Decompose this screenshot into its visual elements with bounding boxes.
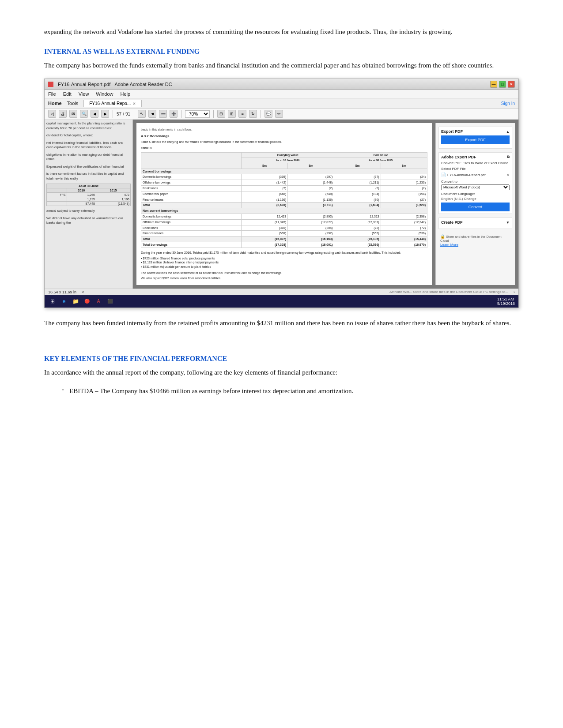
- taskbar-folder-icon[interactable]: 📁: [71, 297, 80, 306]
- toolbar-fit-width-icon[interactable]: ⊟: [217, 110, 225, 118]
- row-fin-v3: (80): [334, 197, 381, 203]
- row-nc-offshore-v2: (12,877): [288, 219, 334, 225]
- maximize-button[interactable]: □: [499, 81, 506, 88]
- row-domestic: Domestic borrowings: [141, 174, 242, 180]
- export-pdf-button[interactable]: Export PDF: [441, 135, 510, 144]
- toolbar-reflow-icon[interactable]: ≡: [238, 110, 246, 118]
- sidebar-text-6: is there commitment factors in facilitie…: [46, 172, 131, 181]
- toolbar-print-icon[interactable]: 🖨: [59, 110, 67, 118]
- toolbar-comment-icon[interactable]: 💬: [264, 110, 272, 118]
- toolbar-next-page-icon[interactable]: ▶: [101, 110, 109, 118]
- scroll-right-indicator[interactable]: ›: [514, 290, 515, 294]
- sidebar-note1: annual subject to carry externally: [46, 209, 131, 214]
- sidebar-row2-v2: 1,196: [96, 197, 131, 202]
- taskbar-edge-icon[interactable]: e: [60, 297, 68, 306]
- copy-icon[interactable]: ⧉: [507, 155, 510, 159]
- chevron-down-icon[interactable]: ▲: [506, 130, 510, 134]
- chevron-down-icon2[interactable]: ▼: [506, 221, 510, 225]
- row-offshore-v4: (1,233): [381, 180, 427, 186]
- sidebar-text-3: net interest bearing financial liabiliti…: [46, 141, 131, 150]
- menu-edit[interactable]: Edit: [63, 91, 72, 97]
- nav-tab-document[interactable]: FY16-Annual-Repo... ✕: [83, 100, 142, 107]
- minimize-button[interactable]: —: [490, 81, 497, 88]
- toolbar-cursor-icon[interactable]: ↖: [138, 110, 146, 118]
- table-row: Finance leases (1,136) (1,136) (80) (27): [141, 197, 427, 203]
- export-pdf-section: Export PDF ▲ Export PDF: [438, 127, 512, 149]
- row-nc-total-v3: (15,135): [334, 236, 381, 242]
- table-row: Finance leases (569) (292) (555) (536): [141, 231, 427, 236]
- acrobat-logo-icon: [48, 82, 53, 87]
- learn-more-link[interactable]: Learn More: [440, 243, 458, 247]
- close-file-icon[interactable]: ✕: [506, 173, 510, 177]
- activate-icon: 🔒: [440, 234, 445, 239]
- table-row: Commercial paper (648) (648) (194) (194): [141, 191, 427, 197]
- bullet-content-1: EBITDA – The Company has $10466 million …: [69, 386, 353, 396]
- acrobat-toolbar: ◁ 🖨 ✉ 🔍 ◀ ▶ 57 / 91 ↖ ☚ ➖ ➕ 70% 50% 100%…: [45, 109, 518, 120]
- doc-language-value: English (U.S.) Change: [441, 197, 510, 201]
- menu-help[interactable]: Help: [120, 91, 130, 97]
- row-bank-v4: (2): [381, 185, 427, 191]
- row-domestic-v2: (297): [288, 174, 334, 180]
- toolbar-separator-2: [134, 110, 134, 118]
- close-button[interactable]: ✕: [508, 81, 515, 88]
- pdf-header-note: basis in this statements in cash flows.: [141, 128, 427, 132]
- zoom-selector[interactable]: 70% 50% 100%: [185, 110, 210, 118]
- taskbar-chrome-icon[interactable]: 🔴: [83, 297, 91, 306]
- toolbar-zoom-out-icon[interactable]: ➖: [159, 110, 167, 118]
- activate-watermark-text: Activate Win... Store and share files in…: [389, 290, 508, 294]
- toolbar-email-icon[interactable]: ✉: [69, 110, 77, 118]
- toolbar-back-icon[interactable]: ◁: [48, 110, 56, 118]
- sidebar-row1-label: FFE: [47, 193, 67, 197]
- table-row: Total (16,807) (16,163) (15,135) (15,448…: [141, 236, 427, 242]
- scroll-indicator: <: [82, 290, 84, 294]
- current-borrowings-header: Current borrowings: [141, 169, 427, 174]
- taskbar-adobe-icon[interactable]: ⬛: [106, 297, 114, 306]
- convert-button[interactable]: Convert: [441, 203, 510, 211]
- pdf-unit-3: $m: [334, 163, 381, 169]
- pdf-page: basis in this statements in cash flows. …: [136, 123, 432, 285]
- nav-home[interactable]: Home: [48, 101, 62, 106]
- row-nc-domestic-v3: 12,313: [334, 214, 381, 219]
- toolbar-prev-page-icon[interactable]: ◀: [91, 110, 98, 118]
- word-option-select[interactable]: Microsoft Word (*.docx): [441, 184, 510, 190]
- toolbar-zoom-in-icon[interactable]: ➕: [170, 110, 178, 118]
- row-domestic-v3: (97): [334, 174, 381, 180]
- row-nc-fin-leases: Finance leases: [141, 231, 242, 236]
- page-indicator: 57 / 91: [117, 112, 130, 116]
- section2: KEY ELEMENTS OF THE FINANCIAL PERFORMANC…: [44, 355, 519, 396]
- menu-window[interactable]: Window: [96, 91, 113, 97]
- toolbar-hand-icon[interactable]: ☚: [148, 110, 156, 118]
- row-nc-fin-v2: (292): [288, 231, 334, 236]
- row-nc-total-v1: (16,807): [241, 236, 287, 242]
- adobe-export-title: Adobe Export PDF ⧉: [441, 155, 510, 159]
- toolbar-rotate-icon[interactable]: ↻: [249, 110, 257, 118]
- toolbar-edit-icon[interactable]: ✏: [275, 110, 283, 118]
- date-display: 5/19/2016: [497, 301, 515, 306]
- taskbar-acrobat-taskbar-icon[interactable]: A: [94, 297, 103, 306]
- row-nc-offshore-v4: (12,342): [381, 219, 427, 225]
- row-bank-v2: (2): [288, 185, 334, 191]
- nav-tools[interactable]: Tools: [67, 101, 79, 106]
- row-bank-v3: (2): [334, 185, 381, 191]
- pdf-description: Table C details the carrying and fair va…: [141, 140, 427, 144]
- pdf-other-text: The above outlines the cash settlement o…: [141, 271, 427, 275]
- acrobat-controls[interactable]: — □ ✕: [490, 81, 515, 88]
- tab-close-icon[interactable]: ✕: [132, 101, 136, 106]
- acrobat-right-panel: Export PDF ▲ Export PDF Adobe Export PDF…: [435, 123, 515, 285]
- toolbar-fit-page-icon[interactable]: ⊞: [228, 110, 236, 118]
- file-item: 📄 FY16-Annual-Report.pdf ✕: [441, 172, 510, 178]
- row-comm-v1: (648): [241, 191, 287, 197]
- current-page[interactable]: 57: [117, 112, 121, 116]
- toolbar-search-icon[interactable]: 🔍: [80, 110, 88, 118]
- taskbar-start-icon[interactable]: ⊞: [48, 297, 57, 306]
- row-total-v1: (17,303): [241, 242, 287, 248]
- select-pdf-label: Select PDF File: [441, 167, 510, 171]
- zoom-level-text: 16.54 x 11.69 in: [48, 290, 76, 294]
- export-pdf-title: Export PDF ▲: [441, 129, 510, 134]
- menu-file[interactable]: File: [48, 91, 56, 97]
- taskbar-time: 11:51 AM 5/19/2016: [497, 297, 515, 306]
- sign-in-button[interactable]: Sign In: [501, 101, 515, 106]
- menu-view[interactable]: View: [79, 91, 89, 97]
- sidebar-table-header-y1: 2016: [67, 188, 96, 193]
- row-total-borrowings: Total borrowings: [141, 242, 242, 248]
